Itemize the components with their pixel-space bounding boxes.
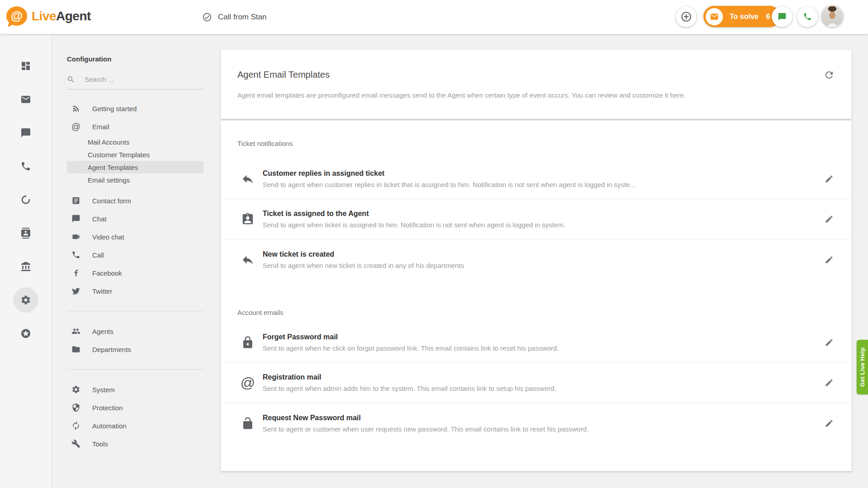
rail-item-tickets[interactable] [13, 87, 38, 112]
template-description: Send to agent when new ticket is created… [263, 262, 464, 269]
template-row-forget-password-mail: Forget Password mailSent to agent when h… [221, 323, 852, 363]
sidebar-item-video-chat[interactable]: Video chat [67, 228, 203, 246]
get-live-help-label: Get Live Help [859, 347, 866, 387]
search-input[interactable] [84, 75, 203, 84]
lock-icon [237, 336, 258, 349]
calls-button[interactable] [797, 6, 818, 27]
sidebar-subitem-agent-templates[interactable]: Agent Templates [67, 161, 203, 174]
plus-circle-icon [680, 11, 692, 23]
rail-item-calls[interactable] [13, 154, 38, 179]
edit-button[interactable] [825, 215, 834, 224]
edit-button[interactable] [825, 255, 834, 264]
sidebar-item-label: Getting started [92, 105, 137, 113]
rail-item-customers[interactable] [13, 221, 38, 246]
sidebar-subitem-email-settings[interactable]: Email settings [67, 174, 203, 186]
wrench-icon [71, 439, 80, 448]
lock-open-icon [237, 417, 258, 430]
template-description: Sent to agent or customer when user requ… [263, 425, 589, 433]
sidebar-nav: Getting started@EmailMail AccountsCustom… [67, 99, 203, 453]
templates-card: Ticket notificationsCustomer replies in … [221, 121, 852, 471]
template-title: Request New Password mail [263, 414, 589, 422]
sidebar-item-tools[interactable]: Tools [67, 435, 203, 453]
document-icon [71, 196, 80, 205]
sidebar-item-label: Mail Accounts [88, 138, 130, 146]
sidebar-item-label: System [92, 386, 115, 394]
brand-name-secondary: Agent [56, 9, 91, 23]
template-title: Customer replies in assigned ticket [263, 169, 637, 178]
section-account-emails: Account emailsForget Password mailSent t… [221, 280, 852, 443]
user-avatar[interactable] [821, 5, 843, 27]
brand-name: LiveAgent [32, 9, 91, 23]
loop-icon [20, 194, 31, 205]
sidebar-divider [67, 311, 203, 311]
sidebar-item-label: Twitter [92, 287, 112, 295]
rail-item-billing[interactable] [13, 254, 38, 279]
sidebar-item-getting-started[interactable]: Getting started [67, 99, 203, 117]
rail-item-upgrade[interactable] [13, 321, 38, 346]
sync-icon [71, 421, 80, 430]
template-description: Sent to agent when admin adds him to the… [263, 385, 556, 392]
twitter-icon [71, 286, 80, 296]
phone-icon [803, 12, 812, 21]
chats-button[interactable] [772, 6, 793, 27]
contacts-icon [20, 228, 31, 239]
phone-icon [71, 250, 80, 259]
search-icon [67, 75, 75, 84]
chat-icon [778, 12, 787, 21]
sidebar-item-email[interactable]: @Email [67, 117, 203, 136]
sidebar-item-facebook[interactable]: Facebook [67, 264, 203, 282]
brand-name-primary: Live [32, 9, 56, 23]
add-button[interactable] [676, 6, 697, 27]
rail-item-chats[interactable] [13, 120, 38, 145]
logo-bubble-icon: @ [6, 6, 27, 26]
top-bar: @ LiveAgent Call from Stan To solve 6 [0, 0, 868, 34]
facebook-icon [71, 268, 80, 277]
sidebar-item-protection[interactable]: Protection [67, 399, 203, 417]
sidebar-divider [67, 369, 203, 370]
ticket-tab[interactable]: Call from Stan [202, 0, 267, 34]
sidebar-subitem-mail-accounts[interactable]: Mail Accounts [67, 136, 203, 148]
check-circle-icon [202, 12, 212, 22]
rail-item-dashboard[interactable] [13, 53, 38, 79]
sidebar-item-label: Email settings [88, 176, 130, 184]
template-description: Send to agent when customer replies in t… [263, 181, 637, 188]
sidebar-item-automation[interactable]: Automation [67, 417, 203, 435]
app-logo[interactable]: @ LiveAgent [6, 6, 91, 26]
sidebar-item-chat[interactable]: Chat [67, 210, 203, 228]
sidebar-item-label: Contact form [92, 197, 131, 205]
template-row-ticket-is-assigned-to-the-agent: Ticket is assigned to the AgentSend to a… [221, 199, 852, 239]
template-description: Sent to agent when he click on forgot pa… [263, 344, 559, 352]
mail-icon [710, 12, 719, 21]
rail-item-settings[interactable] [13, 287, 38, 313]
get-live-help-tab[interactable]: Get Live Help [857, 340, 868, 394]
edit-button[interactable] [825, 419, 834, 428]
rail-item-resolve[interactable] [13, 187, 38, 212]
edit-button[interactable] [825, 338, 834, 347]
sidebar-item-system[interactable]: System [67, 380, 203, 399]
to-solve-button[interactable]: To solve 6 [703, 6, 780, 27]
at-icon: @ [237, 376, 258, 389]
sidebar-item-call[interactable]: Call [67, 246, 203, 264]
page-title: Agent Email Templates [237, 70, 330, 80]
sidebar-subitem-customer-templates[interactable]: Customer Templates [67, 148, 203, 161]
chat-icon [71, 214, 80, 223]
template-description: Send to agent when ticket is assigned to… [263, 221, 566, 229]
template-title: Registration mail [263, 373, 556, 381]
sidebar-item-twitter[interactable]: Twitter [67, 282, 203, 300]
sidebar-item-contact-form[interactable]: Contact form [67, 192, 203, 210]
gear-icon [71, 385, 80, 394]
sidebar-item-label: Video chat [92, 233, 124, 241]
edit-button[interactable] [825, 174, 834, 183]
section-ticket-notifications: Ticket notificationsCustomer replies in … [221, 121, 852, 280]
refresh-button[interactable] [824, 70, 835, 80]
page-subtitle: Agent email templates are preconfigured … [237, 91, 685, 99]
sidebar-item-label: Call [92, 251, 104, 259]
edit-button[interactable] [825, 378, 834, 387]
sidebar-item-agents[interactable]: Agents [67, 322, 203, 340]
sidebar-heading: Configuration [67, 55, 203, 63]
envelope-badge [706, 8, 723, 25]
sidebar-item-departments[interactable]: Departments [67, 340, 203, 358]
logo-at-glyph: @ [11, 9, 23, 23]
template-row-new-ticket-is-created: New ticket is createdSend to agent when … [221, 239, 852, 280]
people-icon [71, 327, 80, 336]
